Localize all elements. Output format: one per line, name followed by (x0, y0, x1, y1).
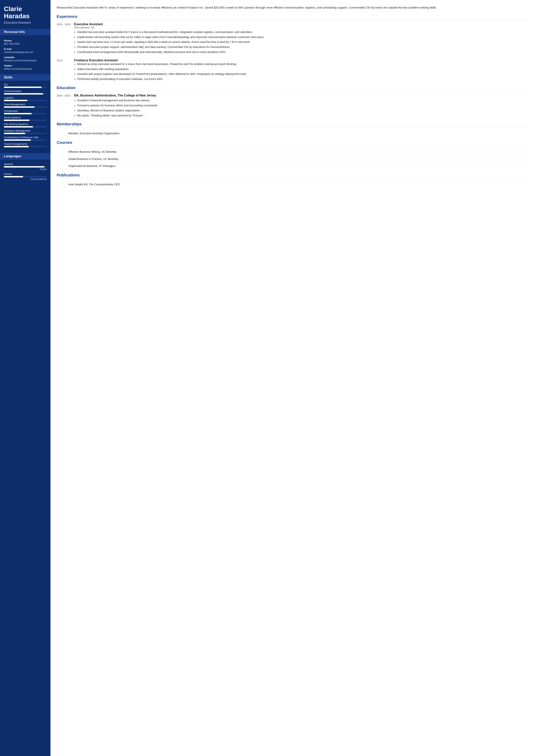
bullet-item: Aided executives with meeting preparatio… (77, 67, 529, 71)
skill-row: Time Management (4, 103, 46, 108)
skill-bar-bg (4, 139, 46, 141)
language-bar-fill (4, 166, 44, 167)
sidebar: Clarie Haradas Executive Assistant Perso… (0, 0, 50, 756)
skill-bar-fill (4, 87, 42, 88)
bullet-item: Assisted with project logistics and deve… (77, 72, 529, 76)
skill-name: Logistics (4, 96, 46, 99)
bullet-item: Excelled in financial management and bus… (77, 98, 529, 103)
membership-item: Member, Executive Assistant Organization (57, 130, 529, 137)
bullet-item: Secretary, Women in Business student org… (77, 108, 529, 113)
skill-row: File-Sharing Systems (4, 123, 46, 127)
bullet-item: Worked as temp executive assistant for 4… (77, 62, 529, 67)
exp-date: 2013 - 2018 (57, 22, 70, 55)
skill-row: Compassion (4, 109, 46, 114)
language-bar-bg (4, 166, 46, 167)
linkedin-label: LinkedIn (4, 56, 46, 59)
skill-bar-bg (4, 113, 46, 114)
exp-date: 2013 (57, 59, 70, 82)
skill-row: Communication (4, 90, 46, 95)
courses-list: Effective Business Writing, UC BerkeleyG… (57, 149, 529, 169)
email-label: E-mail (4, 47, 46, 50)
bullet-item: Handled top executive assistant duties f… (77, 30, 529, 34)
skill-row: Travel Arrangements (4, 142, 46, 147)
skill-bar-fill (4, 93, 43, 95)
phone-label: Phone (4, 39, 46, 42)
skill-bar-fill (4, 100, 27, 101)
exp-bullets: Worked as temp executive assistant for 4… (74, 62, 529, 81)
edu-date: 2010 - 2013 (57, 94, 70, 118)
memberships-list: Member, Executive Assistant Organization (57, 130, 529, 137)
language-level: Conversational (4, 178, 46, 181)
candidate-name: Clarie Haradas (4, 5, 46, 20)
bullet-item: Coordinated travel arrangements both dom… (77, 50, 529, 54)
skill-name: Time Management (4, 103, 46, 106)
skill-bar-fill (4, 139, 31, 141)
skill-bar-bg (4, 146, 46, 147)
twitter-value: twitter.com/clarieharadas (4, 67, 46, 70)
languages-heading: Languages (0, 153, 50, 159)
skill-bar-fill (4, 126, 33, 127)
publications-section: Publications How Details Kill, The Count… (57, 173, 529, 188)
language-row: Spanish Fluent (4, 163, 46, 171)
skill-name: File-Sharing Systems (4, 123, 46, 126)
main-content: Resourceful Executive Assistant with 5+ … (50, 0, 535, 756)
bullet-item: Performed weekly proofreading of executi… (77, 77, 529, 81)
skill-bar-fill (4, 133, 25, 134)
skill-bar-bg (4, 93, 46, 95)
phone-value: 862-208-2592 (4, 42, 46, 45)
course-item: Effective Business Writing, UC Berkeley (57, 149, 529, 155)
languages-list: Spanish Fluent French Conversational (4, 163, 46, 182)
experience-item: 2013 - 2018 Executive Assistant ISN Lipm… (57, 22, 529, 55)
exp-bullets: Handled top executive assistant duties f… (74, 30, 529, 54)
publication-item: How Details Kill, The Counterintuitive C… (57, 181, 529, 188)
skill-row: EQ (4, 83, 46, 88)
experience-section: Experience 2013 - 2018 Executive Assista… (57, 14, 529, 82)
linkedin-value: linkedin.com/in/clarieharadas (4, 59, 46, 62)
publications-heading: Publications (57, 173, 529, 178)
skill-bar-bg (4, 100, 46, 101)
language-level: Fluent (4, 168, 46, 171)
exp-job-title: Executive Assistant (74, 22, 529, 26)
edu-degree: BA, Business Administration, The College… (74, 94, 529, 97)
language-name: French (4, 173, 46, 176)
skill-bar-fill (4, 106, 35, 108)
skills-list: EQ Communication Logistics Time Manageme… (4, 83, 46, 149)
exp-content: Executive Assistant ISN Lipmann, Inc. Ha… (74, 22, 529, 55)
personal-info-heading: Personal Info (0, 29, 50, 35)
language-row: French Conversational (4, 173, 46, 181)
memberships-section: Memberships Member, Executive Assistant … (57, 122, 529, 137)
skill-bar-fill (4, 146, 29, 147)
skill-name: Email Systems (4, 116, 46, 119)
skill-name: Database Management (4, 129, 46, 132)
skill-name: Coordinating Conference Calls (4, 136, 46, 139)
email-value: clarieharadas@gmail.com (4, 51, 46, 54)
exp-company: ISN Lipmann, Inc. (74, 26, 529, 29)
edu-content: BA, Business Administration, The College… (74, 94, 529, 118)
experience-list: 2013 - 2018 Executive Assistant ISN Lipm… (57, 22, 529, 82)
skill-name: Travel Arrangements (4, 142, 46, 145)
skills-heading: Skills (0, 74, 50, 81)
bullet-item: Provided executive project support, admi… (77, 45, 529, 49)
publications-list: How Details Kill, The Counterintuitive C… (57, 181, 529, 188)
skill-bar-fill (4, 120, 30, 121)
skill-bar-bg (4, 106, 46, 108)
skill-row: Coordinating Conference Calls (4, 136, 46, 141)
exp-content: Freelance Executive Assistant Worked as … (74, 59, 529, 82)
summary-text: Resourceful Executive Assistant with 5+ … (57, 5, 529, 10)
bullet-item: Pursued a passion for business ethics an… (77, 103, 529, 108)
skill-name: EQ (4, 83, 46, 86)
skill-bar-bg (4, 126, 46, 127)
skill-bar-bg (4, 87, 46, 88)
twitter-label: Twitter (4, 64, 46, 67)
course-item: Organizational Behavior, IIT Kharagpur (57, 163, 529, 169)
edu-bullets: Excelled in financial management and bus… (74, 98, 529, 118)
education-item: 2010 - 2013 BA, Business Administration,… (57, 94, 529, 118)
bullet-item: Saved each top-level exec 11 hours per w… (77, 40, 529, 44)
language-bar-bg (4, 176, 46, 178)
skill-bar-fill (4, 113, 32, 114)
skill-name: Compassion (4, 109, 46, 112)
exp-job-title: Freelance Executive Assistant (74, 59, 529, 62)
language-bar-fill (4, 176, 23, 178)
skill-row: Email Systems (4, 116, 46, 121)
skill-bar-bg (4, 120, 46, 121)
